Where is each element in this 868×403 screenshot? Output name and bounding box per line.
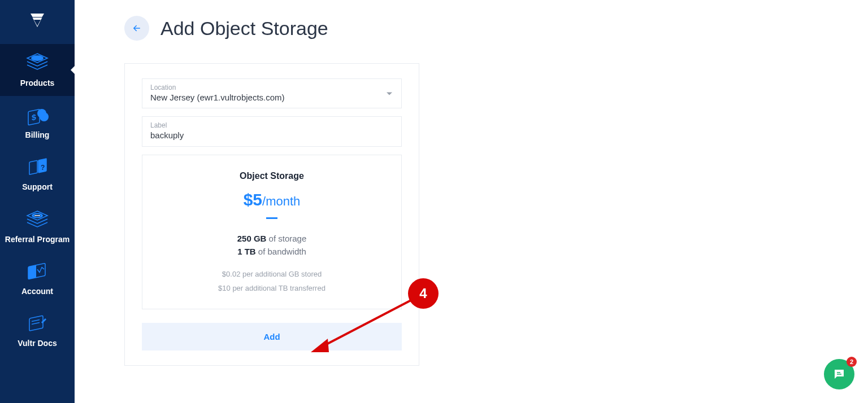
referral-icon — [24, 208, 51, 231]
chat-button[interactable]: 2 — [824, 359, 854, 389]
svg-line-16 — [32, 319, 40, 321]
account-icon — [24, 260, 51, 283]
chevron-down-icon — [387, 92, 392, 95]
label-field[interactable]: Label — [142, 116, 402, 147]
label-input[interactable] — [150, 130, 393, 140]
label-field-label: Label — [150, 121, 393, 129]
vultr-logo-icon[interactable] — [26, 10, 49, 33]
svg-text:?: ? — [41, 164, 45, 172]
billing-icon: $ — [24, 104, 51, 126]
page-title: Add Object Storage — [160, 17, 328, 40]
svg-point-5 — [40, 112, 49, 121]
svg-rect-14 — [28, 265, 36, 279]
sidebar-item-label: Vultr Docs — [18, 338, 57, 348]
divider — [266, 217, 277, 219]
sidebar-item-label: Account — [21, 286, 53, 296]
plan-title: Object Storage — [154, 171, 390, 181]
location-field-value: New Jersey (ewr1.vultrobjects.com) — [150, 93, 393, 102]
sidebar-item-support[interactable]: ? Support — [0, 148, 75, 200]
price-unit: /month — [262, 194, 300, 208]
location-select[interactable]: Location New Jersey (ewr1.vultrobjects.c… — [142, 78, 402, 108]
sidebar-item-label: Referral Program — [5, 234, 70, 244]
svg-text:$: $ — [32, 112, 36, 122]
sidebar-item-label: Billing — [25, 130, 50, 140]
page-header: Add Object Storage — [124, 16, 845, 41]
sidebar: Products $ Billing ? Supp — [0, 0, 75, 403]
stack-icon — [24, 52, 51, 75]
add-button[interactable]: Add — [142, 323, 402, 351]
overage-storage: $0.02 per additional GB stored — [154, 268, 390, 282]
price-amount: $5 — [244, 190, 262, 209]
plan-price: $5/month — [154, 190, 390, 209]
bandwidth-text: of bandwidth — [256, 247, 306, 256]
overage-bandwidth: $10 per additional TB transferred — [154, 282, 390, 296]
arrow-left-icon — [132, 23, 142, 33]
chat-icon — [832, 367, 846, 381]
sidebar-item-docs[interactable]: Vultr Docs — [0, 304, 75, 356]
sidebar-item-account[interactable]: Account — [0, 252, 75, 304]
plan-card: Object Storage $5/month 250 GB of storag… — [142, 155, 402, 309]
bandwidth-amount: 1 TB — [237, 247, 256, 256]
sidebar-item-referral[interactable]: Referral Program — [0, 200, 75, 252]
svg-rect-6 — [29, 161, 37, 175]
location-field-label: Location — [150, 84, 393, 91]
storage-text: of storage — [266, 234, 306, 243]
overage-info: $0.02 per additional GB stored $10 per a… — [154, 268, 390, 295]
sidebar-item-products[interactable]: Products — [0, 44, 75, 96]
svg-line-18 — [42, 321, 44, 323]
chat-badge: 2 — [847, 357, 857, 367]
svg-point-1 — [31, 55, 44, 61]
storage-amount: 250 GB — [237, 234, 267, 243]
form-card: Location New Jersey (ewr1.vultrobjects.c… — [124, 63, 419, 366]
sidebar-item-label: Products — [20, 78, 55, 88]
annotation-badge: 4 — [408, 278, 439, 309]
bandwidth-spec: 1 TB of bandwidth — [154, 247, 390, 256]
sidebar-item-billing[interactable]: $ Billing — [0, 96, 75, 148]
storage-spec: 250 GB of storage — [154, 234, 390, 243]
support-icon: ? — [24, 156, 51, 178]
svg-line-17 — [32, 322, 40, 324]
main-content: Add Object Storage Location New Jersey (… — [75, 0, 868, 403]
back-button[interactable] — [124, 16, 149, 41]
sidebar-item-label: Support — [22, 182, 53, 192]
docs-icon — [24, 312, 51, 335]
